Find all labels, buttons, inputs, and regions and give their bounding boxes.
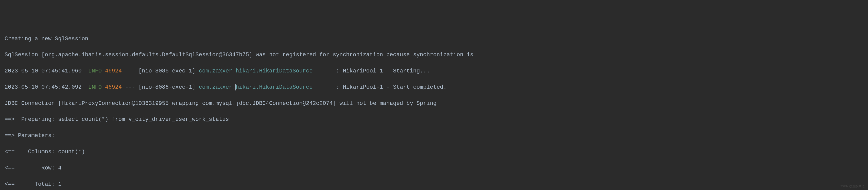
- log-pid: 46924: [105, 68, 122, 74]
- log-line: <== Columns: count(*): [5, 148, 863, 156]
- log-line: <== Total: 1: [5, 180, 863, 188]
- log-message: : HikariPool-1 - Starting...: [336, 68, 430, 74]
- log-line: Creating a new SqlSession: [5, 35, 863, 43]
- log-line: 2023-05-10 07:45:41.960 INFO 46924 --- […: [5, 67, 863, 75]
- log-line: ==> Parameters:: [5, 132, 863, 140]
- log-text: <== Total: 1: [5, 181, 61, 187]
- log-pad: [313, 84, 336, 90]
- watermark-text: CSDN @鱼跃鹰飞: [840, 184, 864, 188]
- log-sep: --- [nio-8086-exec-1]: [122, 68, 199, 74]
- log-text: ==> Parameters:: [5, 132, 58, 139]
- log-sep: --- [nio-8086-exec-1]: [122, 84, 199, 90]
- log-line: ==> Preparing: select count(*) from v_ci…: [5, 116, 863, 124]
- log-message: : HikariPool-1 - Start completed.: [336, 84, 447, 90]
- log-line: 2023-05-10 07:45:42.092 INFO 46924 --- […: [5, 83, 863, 91]
- log-text: <== Row: 4: [5, 165, 61, 171]
- log-line: <== Row: 4: [5, 164, 863, 172]
- log-pid: 46924: [105, 84, 122, 90]
- log-logger: com.zaxxer.: [199, 84, 236, 90]
- log-pad: [313, 68, 336, 74]
- log-text: SqlSession [org.apache.ibatis.session.de…: [5, 52, 477, 58]
- log-text: <== Columns: count(*): [5, 149, 85, 155]
- log-timestamp: 2023-05-10 07:45:41.960: [5, 68, 88, 74]
- log-line: JDBC Connection [HikariProxyConnection@1…: [5, 100, 863, 108]
- log-level: INFO: [88, 84, 102, 90]
- log-line: SqlSession [org.apache.ibatis.session.de…: [5, 51, 863, 59]
- log-sep: [102, 68, 105, 74]
- log-text: JDBC Connection [HikariProxyConnection@1…: [5, 100, 437, 107]
- log-logger: hikari.HikariDataSource: [236, 84, 313, 90]
- log-logger: com.zaxxer.hikari.HikariDataSource: [199, 68, 313, 74]
- log-level: INFO: [88, 68, 102, 74]
- log-sep: [102, 84, 105, 90]
- log-text: ==> Preparing: select count(*) from v_ci…: [5, 116, 229, 123]
- log-timestamp: 2023-05-10 07:45:42.092: [5, 84, 88, 90]
- log-text: Creating a new SqlSession: [5, 36, 88, 42]
